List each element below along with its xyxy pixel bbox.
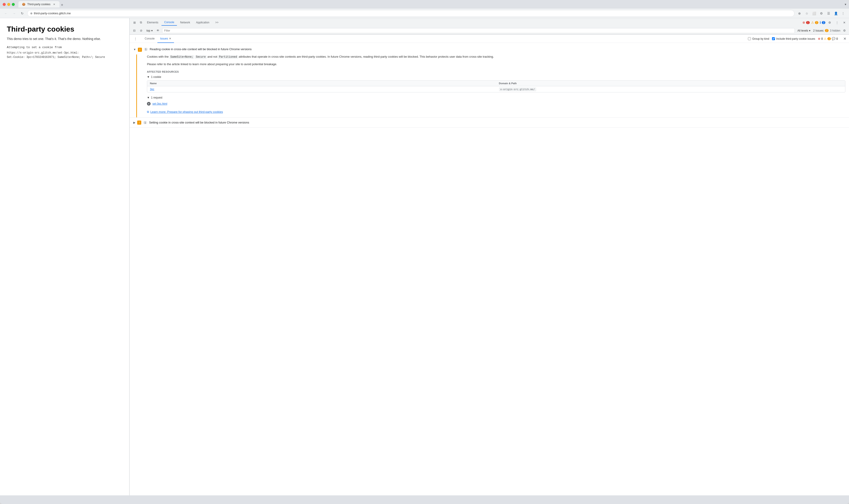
issues-tab-close[interactable]: ✕ xyxy=(169,37,171,40)
issues-tab[interactable]: Issues ✕ xyxy=(157,35,174,43)
issue-group-2: ▶ ! 1 Setting cookie in cross-site conte… xyxy=(130,118,849,128)
issue-expand-icon: ▼ xyxy=(133,48,136,51)
page-heading: Third-party cookies xyxy=(7,25,122,33)
tab-console[interactable]: Console xyxy=(161,19,177,26)
issue-warn-icon-2: ! xyxy=(137,121,141,125)
devtools-device-icon[interactable]: ⧉ xyxy=(138,19,144,25)
tab-network[interactable]: Network xyxy=(177,19,193,25)
issues-count-display: 2 Issues: 2 xyxy=(813,29,829,32)
context-selector[interactable]: top ▾ xyxy=(145,29,154,33)
extension1-button[interactable]: ⚙ xyxy=(818,10,825,17)
issue-warn-icon: ! xyxy=(138,48,142,52)
issues-panel-close[interactable]: ✕ xyxy=(843,37,846,41)
issue-title-1: Reading cookie in cross-site context wil… xyxy=(150,48,845,51)
close-traffic-light[interactable] xyxy=(3,3,6,6)
tab-application[interactable]: Application xyxy=(193,19,212,25)
forward-button[interactable]: → xyxy=(11,10,17,17)
tab-close-button[interactable]: ✕ xyxy=(52,2,56,6)
toolbar-warn-badge: 2 xyxy=(825,29,829,32)
profile-button[interactable]: 👤 xyxy=(833,10,839,17)
code-secure: Secure xyxy=(195,55,207,59)
url-display: third-party-cookies.glitch.me xyxy=(34,12,71,15)
warn-count: 2 xyxy=(815,21,818,24)
settings-button[interactable]: ⚙ xyxy=(827,19,833,25)
devtools-more-button[interactable]: ⋮ xyxy=(834,19,840,25)
include-third-party-label[interactable]: Include third-party cookie issues xyxy=(772,37,815,40)
request-icon: ⊕ xyxy=(147,102,151,106)
extension2-button[interactable]: ☰ xyxy=(825,10,832,17)
sidebar-toggle[interactable]: ⊟ xyxy=(131,28,137,33)
screenshot-button[interactable]: ⬜ xyxy=(811,10,817,17)
log-cookie: Set-Cookie: 3pc=1703240163971; SameSite=… xyxy=(7,55,122,59)
issue-header-2[interactable]: ▶ ! 1 Setting cookie in cross-site conte… xyxy=(130,118,849,127)
browser-tab[interactable]: 🍪 Third-party cookies ✕ xyxy=(18,1,59,7)
console-tab[interactable]: Console xyxy=(142,35,157,43)
levels-selector[interactable]: All levels ▾ xyxy=(796,29,812,33)
devtools-close-button[interactable]: ✕ xyxy=(841,19,847,25)
issue-expand-icon-2: ▶ xyxy=(133,121,135,124)
issue-header-1[interactable]: ▼ ! 1 Reading cookie in cross-site conte… xyxy=(130,45,849,54)
issue-group-1: ▼ ! 1 Reading cookie in cross-site conte… xyxy=(130,45,849,118)
levels-label: All levels xyxy=(797,29,808,32)
request-resource-section: ▼ 1 request ⊕ set-3pc.html xyxy=(147,96,845,107)
group-by-kind-label[interactable]: Group by kind xyxy=(748,37,769,40)
eye-icon[interactable]: 👁 xyxy=(155,28,161,33)
group-by-kind-checkbox[interactable] xyxy=(748,37,751,40)
learn-more-anchor[interactable]: Learn more: Prepare for phasing out thir… xyxy=(151,110,223,113)
learn-more-icon: ⧉ xyxy=(147,110,149,114)
devtools-inspect-icon[interactable]: ⊞ xyxy=(131,19,137,25)
tab-favicon: 🍪 xyxy=(22,3,25,6)
log-url: https://x-origin-src.glitch.me/set-3pc.h… xyxy=(7,51,122,55)
issue-description-1: Cookies with the SameSite=None; Secure a… xyxy=(147,54,845,67)
zoom-button[interactable]: ⊕ xyxy=(796,10,803,17)
back-button[interactable]: ← xyxy=(3,10,9,17)
top-label: top xyxy=(146,29,151,32)
tab-elements[interactable]: Elements xyxy=(144,19,161,25)
info-count: 2 xyxy=(822,21,825,24)
window-minimize-icon: ▾ xyxy=(845,2,846,6)
minimize-traffic-light[interactable] xyxy=(7,3,10,6)
cookie-toggle[interactable]: ▼ 1 cookie xyxy=(147,75,845,78)
issue-body-1: Cookies with the SameSite=None; Secure a… xyxy=(136,54,849,118)
menu-button[interactable]: ⋮ xyxy=(840,10,846,17)
devtools-panel: ⊞ ⧉ Elements Console Network Application… xyxy=(129,18,849,496)
cookie-table: Name Domain & Path 3pc x-origin-src xyxy=(147,80,845,92)
issues-header: ⋮ Console Issues ✕ Group by kin xyxy=(130,35,849,43)
issue-count-1: 1 xyxy=(144,48,148,51)
maximize-traffic-light[interactable] xyxy=(12,3,15,6)
cookie-toggle-icon: ▼ xyxy=(147,75,150,78)
issues-badge-group: ⊗ 0 ⚠ 2 💬 0 xyxy=(818,37,838,40)
security-icon: ⊕ xyxy=(30,12,33,15)
error-count: 1 xyxy=(806,21,810,24)
col-domain-header: Domain & Path xyxy=(496,80,845,86)
col-name-header: Name xyxy=(147,80,496,86)
request-toggle[interactable]: ▼ 1 request xyxy=(147,96,845,99)
request-link[interactable]: set-3pc.html xyxy=(153,102,167,105)
tab-more[interactable]: >> xyxy=(213,19,221,25)
clear-console[interactable]: ⊘ xyxy=(138,28,144,33)
new-tab-button[interactable]: + xyxy=(59,3,65,7)
include-third-party-checkbox[interactable] xyxy=(772,37,775,40)
warn-badge-group: ⚠ 2 xyxy=(811,21,818,24)
issues-panel: ⋮ Console Issues ✕ Group by kin xyxy=(130,35,849,496)
cookie-name-link[interactable]: 3pc xyxy=(150,88,154,91)
log-label: Attempting to set a cookie from xyxy=(7,45,122,50)
filter-input[interactable] xyxy=(162,28,795,33)
page-description: This demo tries to set one. That's it. T… xyxy=(7,37,122,41)
bookmark-button[interactable]: ☆ xyxy=(803,10,810,17)
toolbar-settings[interactable]: ⚙ xyxy=(842,28,847,33)
affected-resources-label: AFFECTED RESOURCES xyxy=(147,70,845,73)
console-toolbar: ⊟ ⊘ top ▾ 👁 All levels ▾ 2 Issues: 2 xyxy=(130,27,849,35)
issues-controls: Group by kind Include third-party cookie… xyxy=(748,37,838,40)
code-samesite: SameSite=None; xyxy=(170,55,194,59)
devtools-tab-bar: ⊞ ⧉ Elements Console Network Application… xyxy=(130,18,849,27)
issue-count-2: 1 xyxy=(143,121,147,124)
address-bar[interactable]: ⊕ third-party-cookies.glitch.me xyxy=(27,10,795,17)
code-partitioned: Partitioned xyxy=(218,55,238,59)
navigation-bar: ← → ↻ ⊕ third-party-cookies.glitch.me ⊕ … xyxy=(0,8,849,18)
issues-panel-menu[interactable]: ⋮ xyxy=(132,36,138,42)
hidden-count: 3 hidden xyxy=(830,29,841,32)
cookie-resource-section: ▼ 1 cookie Name Domain & Path xyxy=(147,75,845,92)
webpage-content: Third-party cookies This demo tries to s… xyxy=(0,18,129,496)
reload-button[interactable]: ↻ xyxy=(19,10,25,17)
